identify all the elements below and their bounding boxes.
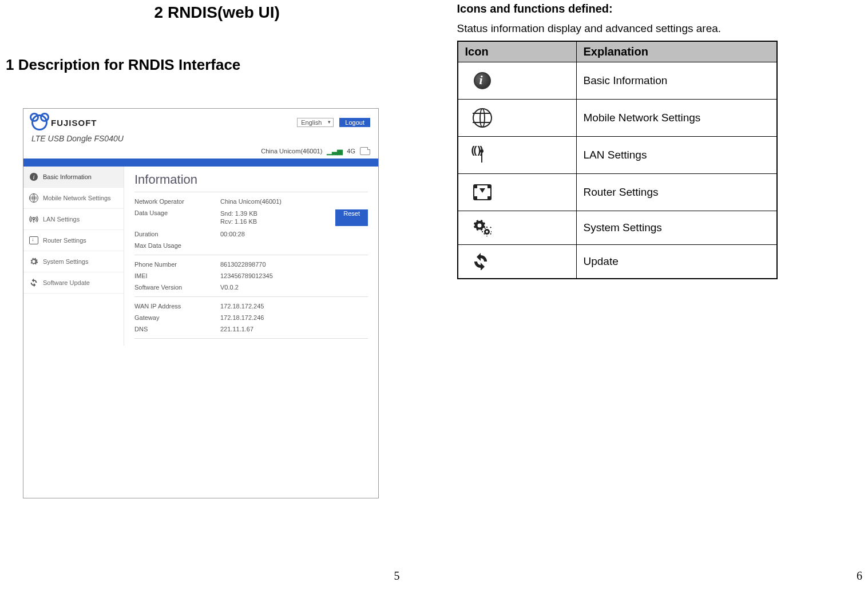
page-number-right: 6 [857, 569, 862, 583]
reset-button[interactable]: Reset [335, 209, 368, 226]
brand-logo: FUJISOFT [31, 114, 97, 130]
sidebar-item-update[interactable]: Software Update [23, 272, 124, 294]
sidebar-item-label: Basic Information [43, 173, 92, 180]
row-value: 8613022898770 [220, 261, 368, 268]
logout-button[interactable]: Logout [339, 118, 370, 127]
row-label: IMEI [134, 272, 220, 279]
sidebar-item-label: Mobile Network Settings [43, 195, 111, 201]
brand-mark-icon [31, 114, 47, 130]
table-row: DNS 221.11.1.67 [134, 323, 368, 335]
table-row: Update [458, 245, 777, 279]
table-row: Max Data Usage [134, 240, 368, 251]
svg-point-1 [486, 231, 488, 233]
content-title: Information [134, 172, 368, 187]
row-value: Snd: 1.39 KB Rcv: 1.16 KB [220, 209, 324, 226]
row-value: 172.18.172.246 [220, 314, 368, 321]
signal-icon: ▁▃▅ [327, 146, 342, 155]
document-spread: 2 RNDIS(web UI) 1 Description for RNDIS … [0, 0, 868, 594]
row-label: DNS [134, 326, 220, 332]
sidebar-item-label: LAN Settings [43, 216, 80, 223]
divider-bar [23, 159, 378, 167]
topbar-right: English Logout [297, 118, 370, 127]
antenna-icon [29, 215, 38, 224]
explanation-cell: Router Settings [576, 174, 777, 211]
web-ui-topbar: FUJISOFT English Logout [23, 109, 378, 132]
icon-cell [458, 245, 577, 279]
web-ui-screenshot: FUJISOFT English Logout LTE USB Dongle F… [23, 108, 379, 498]
page-left: 2 RNDIS(web UI) 1 Description for RNDIS … [0, 0, 434, 594]
brand-name: FUJISOFT [51, 118, 97, 128]
table-header-row: Icon Explanation [458, 41, 777, 62]
table-row: Duration 00:00:28 [134, 228, 368, 240]
device-model: LTE USB Dongle FS040U [23, 132, 378, 146]
explanation-cell: Update [576, 245, 777, 279]
table-row: Data Usage Snd: 1.39 KB Rcv: 1.16 KB Res… [134, 207, 368, 228]
table-row: Gateway 172.18.172.246 [134, 312, 368, 323]
row-label: Gateway [134, 314, 220, 321]
sidebar-item-mobile-network[interactable]: Mobile Network Settings [23, 188, 124, 209]
sidebar-item-basic-info[interactable]: i Basic Information [23, 167, 124, 188]
sidebar-item-system[interactable]: System Settings [23, 251, 124, 272]
table-row: System Settings [458, 211, 777, 245]
info-icon: i [29, 172, 38, 181]
chapter-title: 2 RNDIS(web UI) [23, 3, 411, 22]
sim-icon [360, 147, 370, 155]
icon-cell [458, 100, 577, 137]
row-label: WAN IP Address [134, 303, 220, 310]
globe-icon [29, 193, 38, 203]
gears-icon [29, 257, 38, 266]
row-value: 221.11.1.67 [220, 326, 368, 332]
language-select[interactable]: English [297, 118, 334, 127]
globe-icon [472, 108, 493, 128]
header-explanation: Explanation [576, 41, 777, 62]
icon-cell [458, 211, 577, 245]
gears-icon [472, 219, 492, 236]
row-label: Duration [134, 231, 220, 237]
header-icon: Icon [458, 41, 577, 62]
sidebar-item-lan[interactable]: LAN Settings [23, 209, 124, 230]
refresh-icon [29, 278, 38, 287]
row-value [220, 242, 368, 249]
table-row: LAN Settings [458, 137, 777, 174]
refresh-icon [472, 253, 489, 270]
row-value: China Unicom(46001) [220, 198, 368, 205]
row-label: Phone Number [134, 261, 220, 268]
sidebar-item-router[interactable]: Router Settings [23, 230, 124, 251]
row-value: 123456789012345 [220, 272, 368, 279]
table-row: Router Settings [458, 174, 777, 211]
row-label: Network Operator [134, 198, 220, 205]
section-title: 1 Description for RNDIS Interface [6, 56, 411, 74]
page-number-left: 5 [394, 569, 400, 583]
web-ui-body: i Basic Information Mobile Network Setti… [23, 167, 378, 346]
row-label: Data Usage [134, 209, 220, 226]
table-row: IMEI 123456789012345 [134, 270, 368, 282]
row-value: V0.0.2 [220, 284, 368, 291]
data-usage-rcv: Rcv: 1.16 KB [220, 217, 324, 225]
page-right: Icons and functions defined: Status info… [434, 0, 869, 594]
status-operator: China Unicom(46001) [261, 148, 322, 155]
table-row: WAN IP Address 172.18.172.245 [134, 300, 368, 312]
icons-heading: Icons and functions defined: [457, 2, 846, 15]
content-pane: Information Network Operator China Unico… [124, 167, 378, 346]
info-icon [472, 70, 493, 91]
table-row: Network Operator China Unicom(46001) [134, 196, 368, 207]
router-icon [29, 236, 38, 245]
table-row: Phone Number 8613022898770 [134, 259, 368, 270]
table-row: Basic Information [458, 62, 777, 100]
icon-cell [458, 62, 577, 100]
network-type: 4G [347, 148, 355, 155]
router-icon [472, 182, 493, 203]
row-value: 172.18.172.245 [220, 303, 368, 310]
explanation-cell: LAN Settings [576, 137, 777, 174]
data-usage-snd: Snd: 1.39 KB [220, 209, 324, 217]
row-label: Max Data Usage [134, 242, 220, 249]
icon-cell [458, 174, 577, 211]
table-row: Software Version V0.0.2 [134, 282, 368, 293]
row-value: 00:00:28 [220, 231, 368, 237]
sidebar-item-label: Software Update [43, 279, 90, 286]
antenna-icon [472, 145, 493, 165]
explanation-cell: Mobile Network Settings [576, 100, 777, 137]
status-bar: China Unicom(46001) ▁▃▅ 4G [23, 146, 378, 159]
row-label: Software Version [134, 284, 220, 291]
explanation-cell: System Settings [576, 211, 777, 245]
